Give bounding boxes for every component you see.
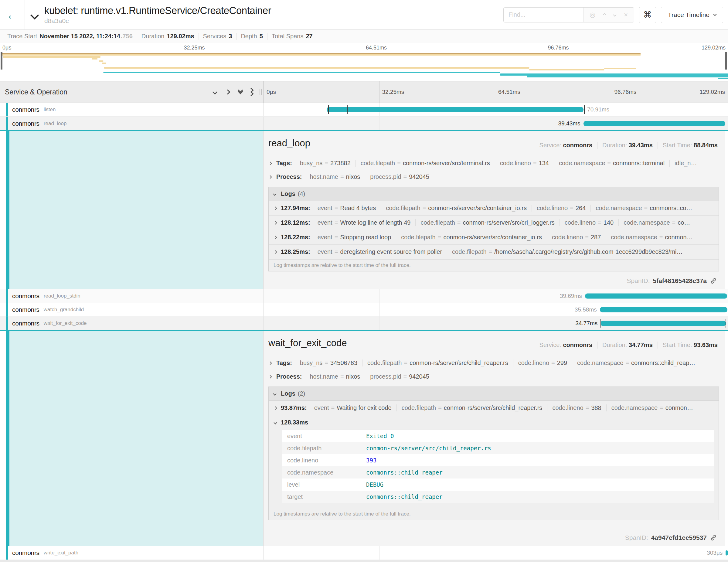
detail-tinted-column[interactable] <box>9 331 264 546</box>
trace-title-area: kubelet: runtime.v1.RuntimeService/Creat… <box>25 0 503 29</box>
span-bar-cell[interactable]: 303μs <box>264 546 728 560</box>
column-resize-grip[interactable] <box>260 89 262 95</box>
tags-accordion[interactable]: Tags: busy_ns=34506763code.filepath=conm… <box>268 356 719 370</box>
process-summary: host.name=nixosprocess.pid=942045 <box>305 173 434 180</box>
service-operation-header: Service & Operation <box>0 81 264 103</box>
copy-link-icon[interactable] <box>710 277 717 284</box>
span-duration-label: 34.77ms <box>575 320 597 327</box>
logs-header[interactable]: Logs (4) <box>269 187 719 201</box>
span-name-cell[interactable]: conmonrs watch_grandchild <box>0 303 264 316</box>
span-name-cell[interactable]: conmonrs read_loop <box>0 117 264 130</box>
span-name-cell[interactable]: conmonrs listen <box>0 103 264 116</box>
span-bar[interactable] <box>583 121 726 126</box>
operation-name: read_loop <box>44 121 67 127</box>
span-bar[interactable] <box>585 294 727 299</box>
log-entry[interactable]: 93.87ms: event=Waiting for exit codecode… <box>269 401 719 415</box>
kv-pair: idle_n… <box>670 160 702 167</box>
expand-all-icon[interactable] <box>251 88 253 96</box>
span-duration-label: 39.69ms <box>560 293 582 299</box>
detail-title-row: wait_for_exit_code Service: conmonrs Dur… <box>268 335 719 353</box>
log-event-tick <box>328 105 329 114</box>
trace-services: Services 3 <box>199 33 237 40</box>
detail-color-strip <box>6 131 9 289</box>
service-value: conmonrs <box>563 342 592 348</box>
trace-minimap[interactable] <box>0 52 728 81</box>
kv-table-key: event <box>282 430 364 442</box>
kv-pair: code.namespace=conmonrs::terminal <box>554 160 670 167</box>
kv-pair: code.namespace=conmonrs::child_reap… <box>572 359 700 366</box>
duration-value: 129.02ms <box>167 33 194 40</box>
span-bar-cell[interactable]: 34.77ms <box>264 316 728 330</box>
process-label: Process: <box>276 173 302 180</box>
span-row-listen: conmonrs listen 70.91ms <box>0 103 728 117</box>
log-entry[interactable]: 127.94ms: event=Read 4 bytescode.filepat… <box>269 201 719 216</box>
log-timestamp: 93.87ms: <box>281 404 307 411</box>
collapse-all-icon[interactable] <box>239 90 242 94</box>
tags-accordion[interactable]: Tags: busy_ns=273882code.filepath=conmon… <box>268 156 719 170</box>
process-accordion[interactable]: Process: host.name=nixosprocess.pid=9420… <box>268 370 719 383</box>
span-name-cell[interactable]: conmonrs read_loop_stdin <box>0 289 264 303</box>
log-entry-expanded-header[interactable]: 128.33ms <box>269 415 719 428</box>
trace-id-short: d8a3a0c <box>44 17 271 25</box>
trace-summary-bar: Trace Start November 15 2022, 11:24:14.7… <box>0 30 728 43</box>
back-button[interactable]: ← <box>0 0 25 29</box>
kv-table-value: DEBUG <box>364 479 385 490</box>
copy-link-icon[interactable] <box>710 534 717 541</box>
span-bar[interactable] <box>600 321 726 326</box>
ruler-tick: 64.51ms <box>366 45 387 51</box>
log-event-tick <box>726 319 726 328</box>
ruler-tick: 32.25ms <box>184 45 205 51</box>
kv-pair: event=Wrote log line of length 49 <box>313 219 416 226</box>
logs-header[interactable]: Logs (2) <box>269 387 719 401</box>
log-entry[interactable]: 128.22ms: event=Stopping read loopcode.f… <box>269 230 719 245</box>
operation-name: listen <box>44 107 56 113</box>
prev-match-icon[interactable] <box>603 13 606 16</box>
span-bar[interactable] <box>600 307 728 312</box>
kv-pair: host.name=nixos <box>305 373 366 380</box>
chevron-right-icon <box>268 375 272 378</box>
span-bar-cell[interactable]: 39.69ms <box>264 289 728 303</box>
log-entry[interactable]: 128.25ms: event=deregistering event sour… <box>269 245 719 259</box>
service-name: conmonrs <box>12 306 39 313</box>
find-input[interactable] <box>504 8 583 22</box>
service-color-strip <box>6 303 8 316</box>
service-name: conmonrs <box>12 120 39 127</box>
kv-pair: code.lineno=264 <box>532 205 591 212</box>
duration-value: 34.77ms <box>629 342 653 348</box>
logs-label: Logs <box>281 390 295 397</box>
clear-search-icon[interactable]: × <box>624 12 628 18</box>
process-accordion[interactable]: Process: host.name=nixosprocess.pid=9420… <box>268 170 719 184</box>
span-bar[interactable] <box>327 107 583 112</box>
detail-tinted-column[interactable] <box>9 131 264 289</box>
span-bar[interactable] <box>726 550 727 556</box>
collapse-trace-icon[interactable] <box>32 12 38 19</box>
next-match-icon[interactable] <box>613 13 617 16</box>
service-label: Service: <box>539 342 561 348</box>
view-selector-button[interactable]: Trace Timeline <box>661 7 723 23</box>
span-bar-cell[interactable]: 39.43ms <box>264 117 728 130</box>
operation-name: wait_for_exit_code <box>44 320 87 326</box>
minimap-canvas <box>0 52 728 81</box>
start-time-value: 93.63ms <box>694 342 718 348</box>
span-bar-cell[interactable]: 35.58ms <box>264 303 728 316</box>
collapse-one-icon[interactable] <box>213 90 217 94</box>
span-bar-cell[interactable]: 70.91ms <box>264 103 728 116</box>
collapse-controls <box>213 88 263 96</box>
kv-table-key: code.namespace <box>282 467 364 479</box>
next-row-sliver <box>0 560 728 562</box>
kv-pair: code.namespace=conmon… <box>607 404 698 411</box>
focus-match-icon[interactable]: ◎ <box>590 12 595 18</box>
span-name-cell[interactable]: conmonrs write_exit_path <box>0 546 264 560</box>
minimap-left-handle[interactable] <box>1 52 2 70</box>
expand-one-icon[interactable] <box>226 90 230 94</box>
kv-table-row: levelDEBUG <box>282 479 714 491</box>
keyboard-shortcuts-button[interactable]: ⌘ <box>639 7 656 23</box>
trace-start: Trace Start November 15 2022, 11:24:14.7… <box>3 33 137 40</box>
log-entry[interactable]: 128.12ms: event=Wrote log line of length… <box>269 216 719 230</box>
kv-table-key: code.lineno <box>282 455 364 466</box>
span-name-cell[interactable]: conmonrs wait_for_exit_code <box>0 316 264 330</box>
back-arrow-icon: ← <box>6 9 19 21</box>
minimap-right-handle[interactable] <box>725 52 727 70</box>
log-event-tick <box>584 105 585 114</box>
service-name: conmonrs <box>12 106 39 113</box>
